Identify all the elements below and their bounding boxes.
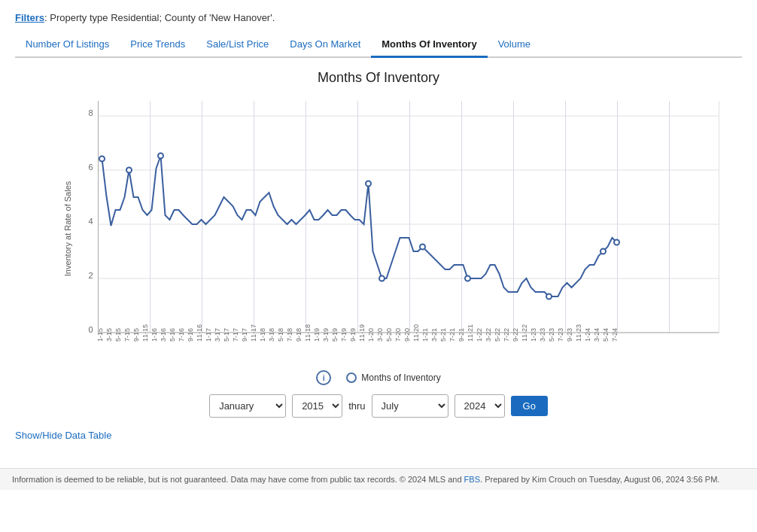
fbs-link[interactable]: FBS xyxy=(464,475,480,484)
info-icon[interactable]: i xyxy=(316,370,331,385)
svg-text:8: 8 xyxy=(88,108,93,117)
svg-text:9-20: 9-20 xyxy=(403,328,411,342)
svg-text:1-21: 1-21 xyxy=(421,328,429,342)
filters-description: : Property type Residential; County of '… xyxy=(44,12,275,23)
svg-text:1-20: 1-20 xyxy=(367,328,375,342)
svg-text:7-21: 7-21 xyxy=(448,328,456,342)
svg-point-85 xyxy=(158,154,163,159)
svg-text:6: 6 xyxy=(88,163,93,172)
svg-text:5-18: 5-18 xyxy=(277,328,284,342)
svg-text:3-23: 3-23 xyxy=(539,328,546,342)
svg-text:1-16: 1-16 xyxy=(150,328,158,342)
svg-text:1-15: 1-15 xyxy=(96,328,104,342)
svg-point-86 xyxy=(366,181,371,187)
svg-text:3-18: 3-18 xyxy=(268,328,275,342)
chart-title: Months Of Inventory xyxy=(15,70,742,86)
svg-text:7-24: 7-24 xyxy=(611,328,619,342)
svg-text:5-21: 5-21 xyxy=(439,328,447,342)
tab-months-of-inventory[interactable]: Months Of Inventory xyxy=(371,32,487,58)
svg-text:5-24: 5-24 xyxy=(602,328,610,342)
svg-text:1-19: 1-19 xyxy=(313,328,321,342)
svg-point-92 xyxy=(614,240,619,245)
svg-text:9-19: 9-19 xyxy=(349,328,357,342)
start-month-select[interactable]: JanuaryFebruaryMarchAprilMayJuneJulyAugu… xyxy=(209,394,286,418)
show-hide-data-table-link[interactable]: Show/Hide Data Table xyxy=(15,430,111,441)
footer-bar: Information is deemed to be reliable, bu… xyxy=(0,468,757,490)
legend-area: i Months of Inventory xyxy=(15,370,742,385)
svg-text:7-20: 7-20 xyxy=(394,328,402,342)
svg-text:9-23: 9-23 xyxy=(566,328,573,342)
svg-text:9-15: 9-15 xyxy=(132,328,140,342)
tab-volume[interactable]: Volume xyxy=(488,32,541,58)
svg-text:4: 4 xyxy=(88,217,93,226)
legend-label: Months of Inventory xyxy=(361,372,440,383)
svg-text:7-18: 7-18 xyxy=(286,328,293,342)
tab-number-of-listings[interactable]: Number Of Listings xyxy=(15,32,120,58)
svg-text:9-21: 9-21 xyxy=(458,328,465,342)
svg-text:7-16: 7-16 xyxy=(178,328,185,342)
svg-text:9-16: 9-16 xyxy=(187,328,194,342)
svg-text:3-19: 3-19 xyxy=(322,328,330,342)
svg-text:3-17: 3-17 xyxy=(214,328,221,342)
svg-text:9-17: 9-17 xyxy=(241,328,248,342)
legend-dot xyxy=(346,372,357,383)
footer-text2: . Prepared by Kim Crouch on Tuesday, Aug… xyxy=(480,475,719,484)
svg-text:7-23: 7-23 xyxy=(557,328,564,342)
svg-text:7-15: 7-15 xyxy=(123,328,131,342)
svg-point-88 xyxy=(420,245,425,250)
main-chart: 0 2 4 6 8 10 xyxy=(64,93,734,364)
nav-tabs: Number Of Listings Price Trends Sale/Lis… xyxy=(15,32,742,58)
svg-text:3-15: 3-15 xyxy=(105,328,113,342)
y-axis-label: Inventory at Rate of Sales xyxy=(63,181,72,277)
tab-days-on-market[interactable]: Days On Market xyxy=(279,32,371,58)
svg-point-87 xyxy=(379,276,385,281)
svg-text:9-22: 9-22 xyxy=(512,328,519,342)
end-year-select[interactable]: 2010201120122013201420152016201720182019… xyxy=(455,394,505,418)
svg-text:5-23: 5-23 xyxy=(548,328,555,342)
svg-point-91 xyxy=(600,249,606,254)
tab-sale-list-price[interactable]: Sale/List Price xyxy=(196,32,279,58)
filters-link[interactable]: Filters xyxy=(15,12,44,23)
svg-point-90 xyxy=(546,294,552,299)
svg-text:1-24: 1-24 xyxy=(584,328,591,342)
svg-point-89 xyxy=(465,276,470,281)
svg-point-83 xyxy=(99,157,105,162)
svg-text:2: 2 xyxy=(88,271,93,280)
svg-text:3-16: 3-16 xyxy=(160,328,167,342)
end-month-select[interactable]: JanuaryFebruaryMarchAprilMayJuneJulyAugu… xyxy=(372,394,448,418)
go-button[interactable]: Go xyxy=(511,396,548,416)
start-year-select[interactable]: 2010201120122013201420152016201720182019… xyxy=(292,394,342,418)
svg-text:7-17: 7-17 xyxy=(232,328,239,342)
svg-text:9-18: 9-18 xyxy=(295,328,302,342)
svg-text:5-19: 5-19 xyxy=(331,328,339,342)
legend-item: Months of Inventory xyxy=(346,372,440,383)
svg-text:5-17: 5-17 xyxy=(223,328,230,342)
svg-text:5-15: 5-15 xyxy=(114,328,122,342)
thru-label: thru xyxy=(348,400,365,412)
svg-text:0: 0 xyxy=(88,325,93,334)
date-controls: JanuaryFebruaryMarchAprilMayJuneJulyAugu… xyxy=(15,394,742,418)
tab-price-trends[interactable]: Price Trends xyxy=(120,32,196,58)
svg-text:1-23: 1-23 xyxy=(530,328,537,342)
svg-point-84 xyxy=(126,168,132,173)
svg-text:5-16: 5-16 xyxy=(169,328,176,342)
svg-rect-0 xyxy=(72,93,727,364)
svg-text:3-21: 3-21 xyxy=(430,328,438,342)
footer-text: Information is deemed to be reliable, bu… xyxy=(12,475,464,484)
svg-text:3-22: 3-22 xyxy=(485,328,492,342)
svg-text:5-22: 5-22 xyxy=(494,328,501,342)
svg-text:1-22: 1-22 xyxy=(476,328,483,342)
svg-text:5-20: 5-20 xyxy=(385,328,393,342)
svg-text:3-24: 3-24 xyxy=(593,328,600,342)
svg-text:1-18: 1-18 xyxy=(259,328,266,342)
svg-text:3-20: 3-20 xyxy=(376,328,384,342)
svg-text:7-19: 7-19 xyxy=(340,328,348,342)
svg-text:7-22: 7-22 xyxy=(503,328,510,342)
svg-text:1-17: 1-17 xyxy=(205,328,212,342)
